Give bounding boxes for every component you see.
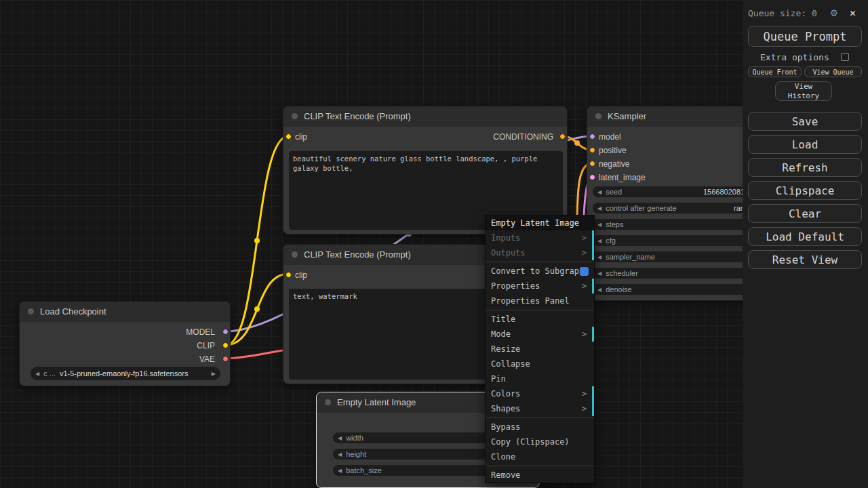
- menu-item-clone[interactable]: Clone: [486, 449, 594, 464]
- output-slot-clip[interactable]: [222, 342, 229, 348]
- link-midpoint-dot: [574, 140, 580, 146]
- clear-button[interactable]: Clear: [748, 204, 862, 223]
- node-header[interactable]: Load Checkpoint: [20, 302, 230, 322]
- decrement-arrow-icon[interactable]: ◀: [597, 254, 601, 260]
- decrement-arrow-icon[interactable]: ◀: [597, 238, 601, 244]
- decrement-arrow-icon[interactable]: ◀: [597, 270, 601, 277]
- node-collapse-dot-icon[interactable]: [28, 308, 34, 314]
- menu-item-pin[interactable]: Pin: [486, 371, 594, 386]
- node-collapse-dot-icon[interactable]: [595, 113, 601, 119]
- widget-label: batch_size: [346, 466, 382, 474]
- node-title: Empty Latent Image: [337, 392, 416, 413]
- input-label-clip: clip: [295, 271, 307, 280]
- refresh-button[interactable]: Refresh: [748, 158, 862, 177]
- menu-item-colors[interactable]: Colors>: [486, 386, 594, 401]
- widget-ckpt-name[interactable]: ◀ c ... v1-5-pruned-emaonly-fp16.safeten…: [31, 367, 220, 380]
- link-midpoint-dot: [254, 238, 260, 243]
- input-slot-clip[interactable]: [285, 272, 292, 278]
- node-title: CLIP Text Encode (Prompt): [304, 106, 411, 127]
- queue-front-button[interactable]: Queue Front: [748, 66, 802, 77]
- prev-option-arrow-icon[interactable]: ◀: [35, 371, 39, 377]
- extra-options-checkbox[interactable]: [841, 53, 849, 61]
- widget-denoise[interactable]: ◀ denoise: [593, 284, 766, 295]
- menu-item-outputs[interactable]: Outputs>: [486, 245, 594, 260]
- save-button[interactable]: Save: [748, 112, 862, 131]
- decrement-arrow-icon[interactable]: ◀: [338, 468, 342, 474]
- output-slot-conditioning[interactable]: [559, 134, 566, 140]
- menu-item-shapes[interactable]: Shapes>: [486, 401, 594, 416]
- submenu-arrow-icon: >: [582, 245, 587, 260]
- context-menu-title: Empty Latent Image: [486, 216, 594, 230]
- widget-label: denoise: [606, 285, 632, 293]
- node-collapse-dot-icon[interactable]: [292, 251, 298, 258]
- widget-label: control after generate: [606, 204, 677, 212]
- menu-item-copy-clipspace[interactable]: Copy (Clipspace): [486, 434, 594, 449]
- widget-value: 1566802081: [703, 188, 745, 196]
- node-title: CLIP Text Encode (Prompt): [304, 245, 411, 265]
- output-label-conditioning: CONDITIONING: [493, 133, 553, 142]
- view-history-button[interactable]: View History: [775, 81, 832, 101]
- menu-item-label: Title: [491, 312, 515, 327]
- sidebar-menu: Queue size: 0 ⚙ ✕ Queue Prompt Extra opt…: [743, 0, 868, 488]
- output-slot-model[interactable]: [222, 329, 229, 335]
- menu-item-properties-panel[interactable]: Properties Panel: [486, 293, 594, 308]
- node-collapse-dot-icon[interactable]: [325, 399, 331, 405]
- decrement-arrow-icon[interactable]: ◀: [338, 435, 342, 441]
- queue-prompt-button[interactable]: Queue Prompt: [748, 26, 862, 47]
- node-graph-canvas[interactable]: CLIP Text Encode (Prompt) clip CONDITION…: [0, 0, 868, 488]
- clipspace-button[interactable]: Clipspace: [748, 181, 862, 200]
- menu-item-convert-to-subgraph[interactable]: Convert to Subgraph: [486, 264, 594, 279]
- submenu-arrow-icon: >: [582, 401, 587, 416]
- menu-item-properties[interactable]: Properties>: [486, 279, 594, 293]
- output-label-vae: VAE: [199, 355, 215, 364]
- menu-item-collapse[interactable]: Collapse: [486, 357, 594, 371]
- widget-sampler-name[interactable]: ◀ sampler_name: [593, 251, 766, 262]
- settings-gear-icon[interactable]: ⚙: [831, 6, 837, 19]
- output-slot-vae[interactable]: [222, 356, 229, 362]
- extra-options-label: Extra options: [760, 52, 829, 62]
- widget-label: cfg: [606, 237, 616, 245]
- next-option-arrow-icon[interactable]: ▶: [212, 371, 216, 377]
- menu-item-bypass[interactable]: Bypass: [486, 420, 594, 434]
- menu-item-title[interactable]: Title: [486, 312, 594, 327]
- menu-item-resize[interactable]: Resize: [486, 342, 594, 357]
- input-slot-negative[interactable]: [589, 161, 595, 167]
- subgraph-icon: [580, 267, 589, 276]
- menu-item-label: Colors: [491, 386, 520, 401]
- decrement-arrow-icon[interactable]: ◀: [597, 222, 601, 228]
- menu-separator: [486, 310, 594, 310]
- decrement-arrow-icon[interactable]: ◀: [597, 189, 601, 195]
- input-slot-model[interactable]: [589, 134, 595, 140]
- submenu-arrow-icon: >: [582, 230, 587, 245]
- menu-item-remove[interactable]: Remove: [486, 468, 594, 483]
- menu-item-label: Copy (Clipspace): [491, 434, 570, 449]
- node-header[interactable]: CLIP Text Encode (Prompt): [283, 106, 567, 127]
- menu-item-label: Clone: [491, 449, 515, 464]
- widget-seed[interactable]: ◀ seed 1566802081: [593, 186, 766, 197]
- menu-separator: [486, 262, 594, 262]
- widget-steps[interactable]: ◀ steps: [593, 219, 766, 230]
- close-icon[interactable]: ✕: [850, 7, 856, 19]
- reset-view-button[interactable]: Reset View: [748, 250, 862, 269]
- widget-cfg[interactable]: ◀ cfg: [593, 235, 766, 246]
- load-button[interactable]: Load: [748, 135, 862, 154]
- load-default-button[interactable]: Load Default: [748, 227, 862, 246]
- decrement-arrow-icon[interactable]: ◀: [597, 205, 601, 211]
- widget-label: c ...: [43, 369, 56, 378]
- widget-scheduler[interactable]: ◀ scheduler: [593, 268, 766, 279]
- menu-item-mode[interactable]: Mode>: [486, 327, 594, 342]
- node-load-checkpoint[interactable]: Load Checkpoint MODEL CLIP VAE ◀ c ... v…: [19, 301, 231, 386]
- decrement-arrow-icon[interactable]: ◀: [597, 287, 601, 293]
- menu-item-inputs[interactable]: Inputs>: [486, 230, 594, 245]
- input-slot-positive[interactable]: [589, 147, 595, 153]
- submenu-arrow-icon: >: [582, 327, 587, 342]
- queue-size-label: Queue size: 0: [748, 8, 817, 18]
- input-slot-latent-image[interactable]: [589, 174, 595, 180]
- decrement-arrow-icon[interactable]: ◀: [338, 451, 342, 458]
- widget-control-after-generate[interactable]: ◀ control after generate randomize: [593, 203, 766, 214]
- input-slot-clip[interactable]: [285, 134, 292, 140]
- node-collapse-dot-icon[interactable]: [292, 113, 298, 119]
- menu-item-label: Shapes: [491, 401, 520, 416]
- view-queue-button[interactable]: View Queue: [804, 66, 862, 77]
- menu-item-label: Mode: [491, 327, 511, 342]
